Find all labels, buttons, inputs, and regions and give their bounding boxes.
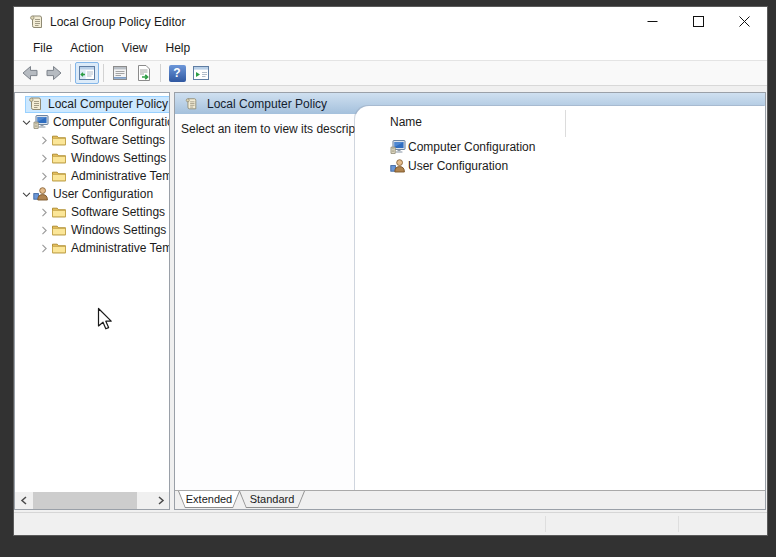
list-item-computer-configuration[interactable]: Computer Configuration <box>390 139 535 155</box>
chevron-right-icon[interactable] <box>37 241 51 255</box>
scrollbar-track[interactable] <box>32 492 152 509</box>
status-bar <box>14 512 767 535</box>
tree-rows: Local Computer Policy Computer Configura… <box>15 95 169 492</box>
scrollbar-thumb[interactable] <box>33 492 137 509</box>
tree-item-windows-settings[interactable]: Windows Settings <box>15 149 169 167</box>
folder-icon <box>51 240 67 256</box>
help-button[interactable]: ? <box>165 62 189 84</box>
console-tree-icon <box>77 63 97 83</box>
gpo-scroll-icon <box>27 96 43 112</box>
toolbar-separator <box>70 64 71 82</box>
status-bar-separator <box>678 516 679 532</box>
forward-arrow-icon <box>44 63 64 83</box>
folder-icon <box>51 132 67 148</box>
tree-item-computer-configuration[interactable]: Computer Configuration <box>15 113 169 131</box>
chevron-right-icon[interactable] <box>37 223 51 237</box>
console-tree-toggle-button[interactable] <box>75 62 99 84</box>
selected-tree-item: Local Computer Policy <box>25 96 169 113</box>
computer-config-icon <box>390 139 406 155</box>
menu-file[interactable]: File <box>24 38 61 58</box>
chevron-down-icon[interactable] <box>19 187 33 201</box>
back-button[interactable] <box>18 62 42 84</box>
user-config-icon <box>390 158 406 174</box>
menu-action[interactable]: Action <box>61 38 112 58</box>
tree-item-software-settings[interactable]: Software Settings <box>15 131 169 149</box>
chevron-right-icon[interactable] <box>37 169 51 183</box>
status-bar-separator <box>545 516 546 532</box>
column-header-name[interactable]: Name <box>390 115 422 129</box>
results-list-area: Name Computer Configuration User Configu… <box>355 106 765 491</box>
tree-item-windows-settings[interactable]: Windows Settings <box>15 221 169 239</box>
chevron-right-icon[interactable] <box>37 205 51 219</box>
back-arrow-icon <box>20 63 40 83</box>
properties-icon <box>110 63 130 83</box>
user-config-icon <box>33 186 49 202</box>
window-controls <box>629 7 767 36</box>
menu-view[interactable]: View <box>113 38 157 58</box>
minimize-button[interactable] <box>629 7 675 36</box>
folder-icon <box>51 150 67 166</box>
gpedit-window: Local Group Policy Editor File Action Vi… <box>14 7 767 535</box>
folder-icon <box>51 168 67 184</box>
tree-item-administrative-templates[interactable]: Administrative Templates <box>15 239 169 257</box>
results-header-title: Local Computer Policy <box>207 97 327 111</box>
forward-button[interactable] <box>42 62 66 84</box>
action-pane-toggle-button[interactable] <box>189 62 213 84</box>
description-text: Select an item to view its description. <box>181 122 378 136</box>
chevron-down-icon[interactable] <box>19 115 33 129</box>
menu-bar: File Action View Help <box>14 36 767 60</box>
column-separator[interactable] <box>565 110 566 137</box>
maximize-button[interactable] <box>675 7 721 36</box>
menu-help[interactable]: Help <box>157 38 200 58</box>
close-icon <box>739 16 750 27</box>
title-bar: Local Group Policy Editor <box>14 7 767 36</box>
tab-extended[interactable]: Extended <box>178 491 240 508</box>
export-list-icon <box>134 63 154 83</box>
folder-icon <box>51 204 67 220</box>
window-title: Local Group Policy Editor <box>50 15 185 29</box>
view-tab-row: Extended Standard <box>175 490 765 509</box>
tab-standard[interactable]: Standard <box>239 491 305 508</box>
toolbar-separator <box>160 64 161 82</box>
tree-item-local-computer-policy[interactable]: Local Computer Policy <box>15 95 169 113</box>
app-scroll-icon <box>28 14 44 30</box>
chevron-right-icon[interactable] <box>37 133 51 147</box>
desktop: { "window": { "title": "Local Group Poli… <box>0 0 776 557</box>
properties-button[interactable] <box>108 62 132 84</box>
tree-item-administrative-templates[interactable]: Administrative Templates <box>15 167 169 185</box>
minimize-icon <box>647 16 658 27</box>
scroll-right-arrow[interactable] <box>152 492 169 509</box>
close-button[interactable] <box>721 7 767 36</box>
toolbar: ? <box>14 60 767 86</box>
gpo-scroll-icon <box>184 97 198 111</box>
chevron-right-icon[interactable] <box>37 151 51 165</box>
toolbar-separator <box>103 64 104 82</box>
computer-config-icon <box>33 114 49 130</box>
console-tree-panel: Local Computer Policy Computer Configura… <box>14 92 170 510</box>
main-area: Local Computer Policy Computer Configura… <box>14 86 767 512</box>
tree-item-user-configuration[interactable]: User Configuration <box>15 185 169 203</box>
list-item-user-configuration[interactable]: User Configuration <box>390 158 508 174</box>
export-list-button[interactable] <box>132 62 156 84</box>
maximize-icon <box>693 16 704 27</box>
tree-item-software-settings[interactable]: Software Settings <box>15 203 169 221</box>
folder-icon <box>51 222 67 238</box>
results-panel: Local Computer Policy Select an item to … <box>174 92 766 510</box>
action-pane-icon <box>191 63 211 83</box>
scroll-left-arrow[interactable] <box>15 492 32 509</box>
help-icon: ? <box>169 65 186 82</box>
tree-horizontal-scrollbar[interactable] <box>15 492 169 509</box>
